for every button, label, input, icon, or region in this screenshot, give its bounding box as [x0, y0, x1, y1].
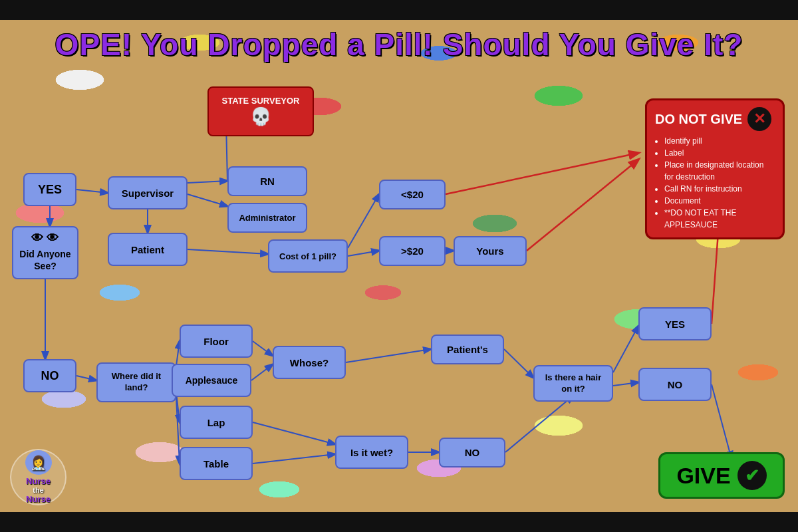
list-item: Document	[664, 195, 775, 207]
logo-line1: Nurse	[26, 476, 51, 486]
page-title: OPE! You Dropped a Pill! Should You Give…	[0, 20, 798, 63]
whose-node: Whose?	[273, 346, 346, 379]
nurse-logo: 👩‍⚕️ Nurse the Nurse	[10, 449, 66, 505]
x-icon: ✕	[747, 107, 771, 131]
hair-node: Is there a hair on it?	[533, 365, 613, 402]
yes1-node: YES	[23, 173, 76, 206]
is-wet-node: Is it wet?	[335, 436, 408, 469]
logo-line3: Nurse	[26, 494, 51, 504]
bottom-bar	[0, 512, 798, 532]
do-not-give-title-text: DO NOT GIVE	[655, 112, 742, 127]
list-item: Call RN for instruction	[664, 183, 775, 195]
logo-line2: the	[33, 486, 44, 494]
state-surveyor-label: STATE SURVEYOR	[221, 96, 299, 106]
where-node: Where did it land?	[96, 362, 176, 402]
less20-node: <$20	[379, 180, 446, 209]
did-anyone-see-node: 👁 👁 Did Anyone See?	[12, 226, 78, 279]
table-node: Table	[180, 447, 253, 480]
lap-node: Lap	[180, 406, 253, 439]
no2-node: NO	[638, 368, 712, 401]
list-item: Identify pill	[664, 135, 775, 147]
floor-node: Floor	[180, 325, 253, 358]
give-box: GIVE ✔	[658, 452, 785, 499]
applesauce-node: Applesauce	[172, 364, 251, 397]
top-bar	[0, 0, 798, 20]
no-wet-node: NO	[439, 438, 505, 467]
give-label: GIVE	[676, 463, 730, 489]
did-anyone-see-label: Did Anyone See?	[19, 248, 72, 272]
patients-node: Patient's	[431, 334, 504, 364]
patient-node: Patient	[108, 233, 188, 266]
did-anyone-see-eyes: 👁 👁	[31, 231, 59, 246]
state-surveyor-node: STATE SURVEYOR 💀	[207, 86, 314, 136]
yours-node: Yours	[454, 236, 527, 266]
list-item: Label	[664, 147, 775, 159]
no-node: NO	[23, 359, 76, 392]
list-item: Place in designated location for destruc…	[664, 159, 775, 183]
logo-icon: 👩‍⚕️	[25, 450, 52, 475]
cost-node: Cost of 1 pill?	[268, 239, 348, 273]
check-icon: ✔	[737, 461, 767, 490]
do-not-give-box: DO NOT GIVE ✕ Identify pill Label Place …	[645, 98, 785, 239]
do-not-give-list: Identify pill Label Place in designated …	[655, 135, 775, 231]
supervisor-node: Supervisor	[108, 176, 188, 209]
more20-node: >$20	[379, 236, 446, 266]
list-item: **DO NOT EAT THE APPLESAUCE	[664, 207, 775, 231]
skull-icon: 💀	[250, 106, 271, 127]
administrator-node: Administrator	[227, 203, 307, 233]
rn-node: RN	[227, 166, 307, 196]
yes2-node: YES	[638, 307, 712, 340]
